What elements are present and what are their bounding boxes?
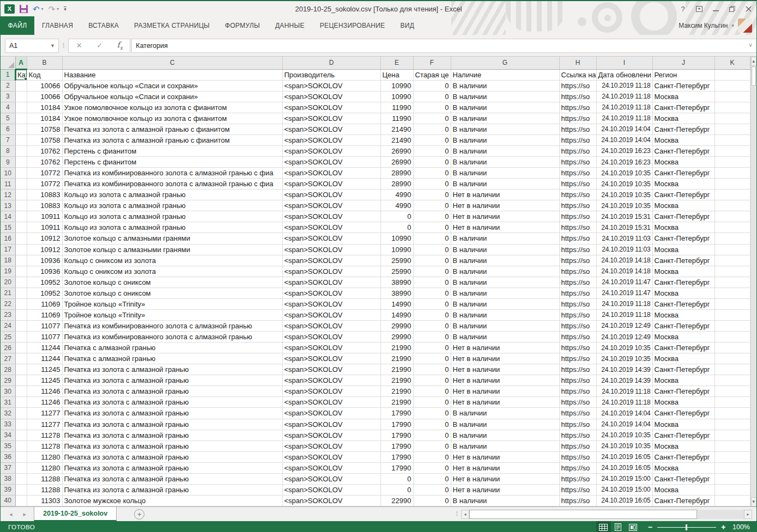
- cell-price[interactable]: 21990: [380, 343, 413, 353]
- cell-manufacturer[interactable]: <span>SOKOLOV: [282, 200, 380, 211]
- cell-link[interactable]: https://so: [559, 441, 596, 451]
- cell-category[interactable]: [15, 320, 27, 331]
- cell-date[interactable]: 24.10.2019 11:18: [596, 102, 652, 113]
- sheet-tab-active[interactable]: 2019-10-25_sokolov: [34, 507, 117, 521]
- cell-manufacturer[interactable]: <span>SOKOLOV: [282, 364, 380, 375]
- cell-empty[interactable]: [714, 189, 750, 200]
- user-avatar[interactable]: [738, 19, 752, 33]
- cell-category[interactable]: [15, 364, 27, 375]
- row-header[interactable]: 33: [1, 419, 15, 430]
- cell-link[interactable]: https://so: [559, 397, 596, 408]
- cell-code[interactable]: 11069: [27, 309, 62, 320]
- row-header[interactable]: 35: [1, 441, 15, 451]
- cell-link[interactable]: https://so: [559, 495, 596, 506]
- cell-category[interactable]: [15, 473, 27, 484]
- cell-old-price[interactable]: 0: [413, 277, 451, 288]
- cell-code[interactable]: 10952: [27, 277, 62, 288]
- cell-name[interactable]: Печатка из золота с алмазной гранью: [62, 473, 282, 484]
- cell-date[interactable]: 24.10.2019 11:47: [596, 277, 652, 288]
- cell-code[interactable]: 11246: [27, 386, 62, 397]
- cell-empty[interactable]: [714, 145, 750, 156]
- cell-old-price[interactable]: 0: [413, 91, 451, 102]
- cell-link[interactable]: https://so: [559, 375, 596, 386]
- cell-availability[interactable]: В наличии: [451, 288, 559, 298]
- cell-price[interactable]: 11990: [380, 113, 413, 124]
- cell-availability[interactable]: В наличии: [451, 124, 559, 134]
- cell-availability[interactable]: В наличии: [451, 134, 559, 145]
- cell-price[interactable]: 17990: [380, 451, 413, 462]
- cell-code[interactable]: 11280: [27, 451, 62, 462]
- cell-code[interactable]: 10772: [27, 168, 62, 179]
- cell-name[interactable]: Обручальное кольцо «Спаси и сохрани»: [62, 91, 282, 102]
- cell-manufacturer[interactable]: <span>SOKOLOV: [282, 419, 380, 430]
- cell-link[interactable]: https://so: [559, 80, 596, 91]
- cell-region[interactable]: Санкт-Петербург: [652, 102, 714, 113]
- cell-availability[interactable]: Нет в наличии: [451, 364, 559, 375]
- cell-link[interactable]: https://so: [559, 124, 596, 134]
- cell-name[interactable]: Печатка из золота с алмазной гранью с фи…: [62, 124, 282, 134]
- row-header[interactable]: 24: [1, 320, 15, 331]
- cell-region[interactable]: Санкт-Петербург: [652, 233, 714, 244]
- cell-date[interactable]: 24.10.2019 11:18: [596, 298, 652, 309]
- cell-price[interactable]: 14990: [380, 309, 413, 320]
- cell-region[interactable]: Москва: [652, 200, 714, 211]
- cell-manufacturer[interactable]: <span>SOKOLOV: [282, 168, 380, 179]
- cell-price[interactable]: 17990: [380, 441, 413, 451]
- cell-link[interactable]: https://so: [559, 484, 596, 495]
- customize-qat-icon[interactable]: ▾: [64, 7, 66, 11]
- tab-insert[interactable]: ВСТАВКА: [81, 16, 126, 35]
- cell-price[interactable]: 11990: [380, 102, 413, 113]
- scroll-down-icon[interactable]: ▼: [751, 497, 757, 506]
- cell-manufacturer[interactable]: <span>SOKOLOV: [282, 430, 380, 441]
- cell-link[interactable]: https://so: [559, 277, 596, 288]
- cell-availability[interactable]: Нет в наличии: [451, 451, 559, 462]
- cell-manufacturer[interactable]: <span>SOKOLOV: [282, 255, 380, 266]
- cell-manufacturer[interactable]: <span>SOKOLOV: [282, 473, 380, 484]
- cell-date[interactable]: 24.10.2019 10:35: [596, 200, 652, 211]
- name-box-dropdown-icon[interactable]: ▼: [50, 43, 58, 48]
- row-header[interactable]: 12: [1, 189, 15, 200]
- cell-old-price[interactable]: 0: [413, 200, 451, 211]
- cell-name[interactable]: Золотое мужское кольцо: [62, 495, 282, 506]
- cell-category[interactable]: [15, 419, 27, 430]
- cell-category[interactable]: [15, 441, 27, 451]
- cell-empty[interactable]: [714, 102, 750, 113]
- cell-manufacturer[interactable]: <span>SOKOLOV: [282, 211, 380, 222]
- cell-link[interactable]: https://so: [559, 419, 596, 430]
- cell-manufacturer[interactable]: <span>SOKOLOV: [282, 244, 380, 255]
- cell-name[interactable]: Перстень с фианитом: [62, 157, 282, 168]
- cell-availability[interactable]: В наличии: [451, 255, 559, 266]
- cell-availability[interactable]: В наличии: [451, 80, 559, 91]
- page-layout-view-button[interactable]: [611, 521, 626, 532]
- cell-link[interactable]: https://so: [559, 266, 596, 277]
- cell-link[interactable]: https://so: [559, 233, 596, 244]
- cell-empty[interactable]: [714, 134, 750, 145]
- cell-old-price[interactable]: 0: [413, 113, 451, 124]
- cell-name[interactable]: Узкое помолвочное кольцо из золота с фиа…: [62, 113, 282, 124]
- cell-category[interactable]: [15, 353, 27, 364]
- cell[interactable]: Дата обновлени: [596, 69, 652, 80]
- cell-manufacturer[interactable]: <span>SOKOLOV: [282, 320, 380, 331]
- cell-region[interactable]: Санкт-Петербург: [652, 386, 714, 397]
- cell-old-price[interactable]: 0: [413, 211, 451, 222]
- row-header[interactable]: 32: [1, 408, 15, 419]
- cell-code[interactable]: 11277: [27, 419, 62, 430]
- cell-availability[interactable]: В наличии: [451, 408, 559, 419]
- cell-code[interactable]: 11278: [27, 430, 62, 441]
- cell-empty[interactable]: [714, 211, 750, 222]
- scroll-up-icon[interactable]: ▲: [751, 57, 757, 66]
- cell-old-price[interactable]: 0: [413, 495, 451, 506]
- cell[interactable]: Код: [27, 69, 62, 80]
- cell-name[interactable]: Кольцо из золота с алмазной гранью: [62, 200, 282, 211]
- cell-name[interactable]: Кольцо из золота с алмазной гранью: [62, 189, 282, 200]
- cell-empty[interactable]: [714, 484, 750, 495]
- cell-availability[interactable]: В наличии: [451, 168, 559, 179]
- cell-date[interactable]: 24.10.2019 14:04: [596, 134, 652, 145]
- cell-name[interactable]: Печатка из золота с алмазной гранью: [62, 397, 282, 408]
- cell-date[interactable]: 24.10.2019 10:35: [596, 189, 652, 200]
- column-header-k[interactable]: K: [714, 57, 750, 69]
- cell-code[interactable]: 11244: [27, 353, 62, 364]
- cell-code[interactable]: 11077: [27, 320, 62, 331]
- row-header[interactable]: 23: [1, 309, 15, 320]
- close-button[interactable]: [740, 2, 756, 16]
